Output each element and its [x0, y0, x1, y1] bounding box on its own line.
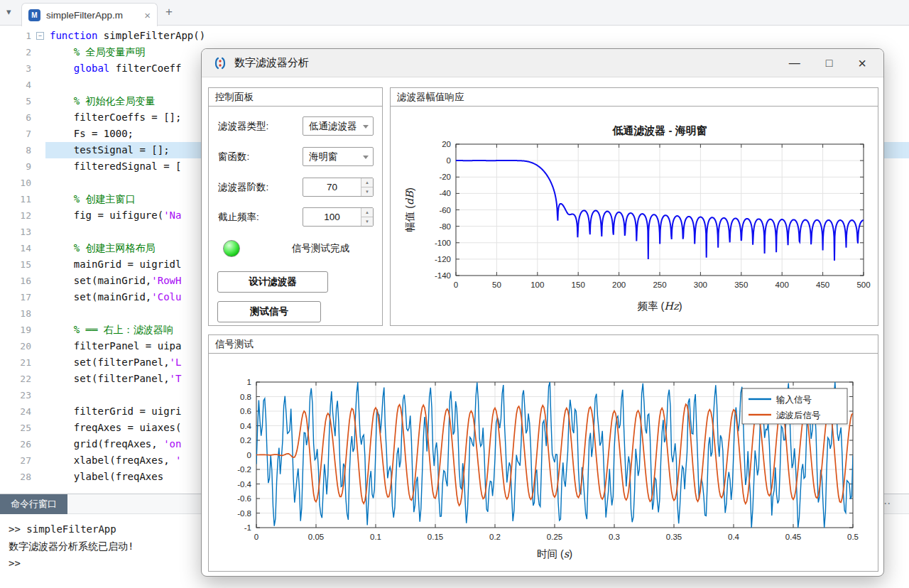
svg-text:-40: -40	[439, 189, 451, 197]
line-number[interactable]: 7	[0, 126, 31, 142]
svg-text:0.3: 0.3	[609, 533, 620, 541]
line-number[interactable]: 20	[0, 338, 31, 354]
filter-order-spinner[interactable]: 70 ▲ ▼	[303, 178, 374, 197]
filter-order-label: 滤波器阶数:	[218, 178, 268, 197]
svg-text:0.35: 0.35	[666, 533, 682, 541]
line-number[interactable]: 11	[0, 191, 31, 207]
svg-text:0.4: 0.4	[728, 533, 740, 541]
spinner-up-icon[interactable]: ▲	[361, 178, 373, 187]
new-tab-icon[interactable]: +	[165, 5, 173, 19]
app-icon	[213, 56, 227, 70]
line-number[interactable]: 3	[0, 60, 31, 77]
code-text: set(mainGrid,'Colu	[50, 289, 181, 305]
svg-text:250: 250	[653, 281, 666, 289]
code-text: % 全局变量声明	[50, 44, 146, 60]
svg-text:-120: -120	[435, 255, 451, 263]
line-number[interactable]: 16	[0, 273, 31, 289]
svg-text:0.45: 0.45	[785, 533, 801, 541]
code-text: % 初始化全局变量	[50, 93, 156, 109]
svg-text:0.5: 0.5	[847, 533, 859, 541]
window-function-dropdown[interactable]: 海明窗	[303, 147, 374, 166]
line-number[interactable]: 2	[0, 44, 31, 60]
spinner-buttons: ▲ ▼	[361, 208, 373, 226]
line-number[interactable]: 22	[0, 371, 31, 387]
line-number[interactable]: 19	[0, 322, 31, 338]
chevron-down-icon	[363, 156, 369, 159]
svg-text:20: 20	[442, 140, 451, 148]
signal-test-chart: 00.050.10.150.20.250.30.350.40.450.5-1-0…	[209, 354, 878, 571]
svg-text:-0.8: -0.8	[237, 509, 251, 518]
line-number[interactable]: 6	[0, 109, 31, 126]
line-number[interactable]: 13	[0, 224, 31, 240]
maximize-button[interactable]: □	[826, 58, 833, 69]
code-text: % 创建主窗口	[50, 191, 136, 207]
line-number[interactable]: 26	[0, 436, 31, 452]
line-number[interactable]: 24	[0, 403, 31, 420]
svg-text:-1: -1	[244, 523, 251, 532]
minimize-button[interactable]: —	[789, 58, 800, 69]
code-text: ylabel(freqAxes	[50, 469, 163, 485]
line-number[interactable]: 14	[0, 240, 31, 256]
line-number[interactable]: 28	[0, 469, 31, 485]
control-panel: 控制面板 滤波器类型: 低通滤波器 窗函数: 海明窗 滤波器阶数: 70 ▲ ▼	[208, 87, 383, 326]
svg-text:400: 400	[775, 281, 789, 289]
line-number[interactable]: 23	[0, 387, 31, 403]
code-text: % 创建主网格布局	[50, 240, 156, 256]
line-number[interactable]: 1	[0, 28, 31, 44]
line-number[interactable]: 8	[0, 142, 31, 158]
filter-type-row: 滤波器类型: 低通滤波器	[218, 116, 374, 136]
cutoff-frequency-label: 截止频率:	[218, 207, 259, 227]
code-text: testSignal = [];	[50, 142, 170, 158]
test-signal-button[interactable]: 测试信号	[217, 301, 321, 322]
window-function-row: 窗函数: 海明窗	[218, 147, 374, 166]
code-text: Fs = 1000;	[50, 126, 134, 142]
line-number[interactable]: 18	[0, 305, 31, 322]
line-number[interactable]: 5	[0, 93, 31, 109]
line-number[interactable]: 17	[0, 289, 31, 305]
svg-text:-0.6: -0.6	[237, 494, 251, 503]
command-window-tab[interactable]: 命令行窗口	[0, 494, 67, 514]
window-function-label: 窗函数:	[218, 147, 249, 166]
tab-close-icon[interactable]: ×	[144, 10, 151, 21]
line-number[interactable]: 15	[0, 256, 31, 273]
spinner-down-icon[interactable]: ▼	[361, 187, 373, 196]
window-function-value: 海明窗	[309, 148, 338, 165]
spinner-up-icon[interactable]: ▲	[361, 208, 373, 217]
chevron-down-icon[interactable]: ▾	[6, 6, 11, 17]
svg-text:0.15: 0.15	[428, 533, 443, 541]
cutoff-frequency-row: 截止频率: 100 ▲ ▼	[218, 207, 374, 227]
svg-text:150: 150	[572, 281, 585, 289]
fold-icon[interactable]: −	[36, 28, 46, 44]
svg-text:-100: -100	[435, 239, 451, 247]
filter-type-dropdown[interactable]: 低通滤波器	[303, 116, 374, 136]
cutoff-frequency-spinner[interactable]: 100 ▲ ▼	[303, 207, 374, 227]
design-filter-button[interactable]: 设计滤波器	[217, 271, 328, 293]
code-text: fig = uifigure('Na	[50, 207, 181, 224]
line-number[interactable]: 4	[0, 77, 31, 93]
line-number[interactable]: 21	[0, 354, 31, 371]
svg-text:0.8: 0.8	[240, 393, 251, 401]
line-number[interactable]: 12	[0, 207, 31, 224]
svg-text:频率 (Hz): 频率 (Hz)	[638, 300, 682, 312]
dialog-titlebar[interactable]: 数字滤波器分析 — □ ×	[202, 49, 883, 77]
svg-text:时间 (s): 时间 (s)	[537, 548, 572, 560]
line-number[interactable]: 25	[0, 420, 31, 436]
svg-text:0.2: 0.2	[240, 436, 251, 445]
svg-text:100: 100	[530, 281, 544, 289]
spinner-down-icon[interactable]: ▼	[361, 217, 373, 226]
code-text: set(filterPanel,'T	[50, 371, 181, 387]
line-number[interactable]: 10	[0, 175, 31, 191]
spinner-buttons: ▲ ▼	[361, 178, 373, 196]
svg-text:-0.4: -0.4	[237, 480, 251, 489]
editor-tab-bar: ▾ M simpleFilterApp.m × +	[0, 0, 909, 26]
line-number[interactable]: 9	[0, 158, 31, 175]
code-text: global filterCoeff	[50, 60, 181, 77]
svg-text:0.1: 0.1	[370, 533, 381, 541]
editor-tab[interactable]: M simpleFilterApp.m ×	[21, 3, 158, 26]
svg-text:300: 300	[694, 281, 707, 289]
dialog-title: 数字滤波器分析	[234, 56, 309, 70]
line-number[interactable]: 27	[0, 452, 31, 469]
window-controls: — □ ×	[789, 58, 872, 69]
close-button[interactable]: ×	[858, 58, 866, 69]
code-text: % ══ 右上：滤波器响	[50, 322, 173, 338]
